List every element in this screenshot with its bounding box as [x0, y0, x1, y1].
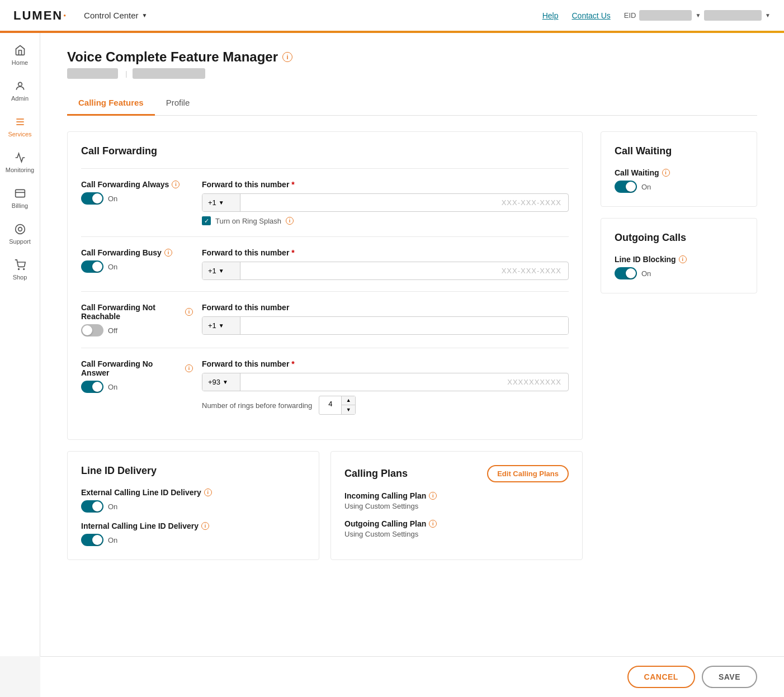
rings-decrement-button[interactable]: ▼ [342, 405, 355, 414]
page-title-info-icon[interactable]: i [282, 52, 292, 62]
logo: LUMEN● [13, 8, 66, 23]
cf-busy-country-code[interactable]: +1 ▼ [202, 262, 240, 279]
cf-busy-toggle[interactable] [81, 260, 103, 273]
cf-always-phone-blurred: XXX-XXX-XXXX [495, 198, 568, 207]
cf-not-reachable-country-code[interactable]: +1 ▼ [202, 317, 240, 334]
rings-label: Number of rings before forwarding [202, 401, 312, 410]
eid-value: XXXXXXXXX [639, 10, 692, 21]
page-title: Voice Complete Feature Manager i [67, 49, 757, 65]
edit-calling-plans-button[interactable]: Edit Calling Plans [487, 465, 569, 482]
contact-us-link[interactable]: Contact Us [572, 11, 611, 20]
footer-bar: CANCEL SAVE [40, 656, 784, 697]
subtitle-name: ●●●●●●●●●●●●●●● [133, 68, 205, 79]
cf-not-reachable-status: Off [108, 326, 117, 335]
cf-not-reachable-left: Call Forwarding Not Reachable i Off [81, 303, 193, 336]
cf-always-number-input: +1 ▼ XXX-XXX-XXXX [202, 193, 569, 212]
cf-no-answer-right: Forward to this number * +93 ▼ X [202, 359, 569, 415]
ring-splash-checkbox[interactable]: ✓ [202, 216, 211, 225]
sidebar-item-services[interactable]: Services [0, 110, 40, 143]
sidebar: Home Admin Services Monitoring Billing [0, 31, 40, 656]
logo-text: LUMEN [13, 8, 63, 23]
cf-always-toggle-knob [92, 193, 102, 203]
cf-not-reachable-phone-input[interactable] [240, 317, 568, 334]
cf-no-answer-toggle[interactable] [81, 381, 103, 393]
cf-no-answer-info-icon[interactable]: i [185, 364, 193, 372]
cf-no-answer-chevron-icon: ▼ [223, 379, 228, 385]
cf-busy-status: On [108, 263, 117, 271]
svg-rect-4 [15, 189, 25, 197]
chevron-down-icon: ▼ [142, 12, 148, 18]
sidebar-item-shop-label: Shop [13, 274, 27, 281]
cf-no-answer-phone-input[interactable] [240, 373, 500, 391]
sidebar-item-home-label: Home [12, 59, 28, 66]
external-lid-toggle[interactable] [81, 500, 103, 513]
sidebar-item-support[interactable]: Support [0, 217, 40, 250]
cf-busy-chevron-icon: ▼ [219, 268, 224, 274]
cf-no-answer-phone-blurred: XXXXXXXXXX [500, 378, 568, 386]
tab-calling-features[interactable]: Calling Features [67, 91, 155, 116]
cf-busy-phone-input[interactable] [240, 262, 495, 279]
rings-value: 4 [319, 396, 342, 414]
sidebar-item-monitoring[interactable]: Monitoring [0, 145, 40, 179]
sidebar-item-shop[interactable]: Shop [0, 253, 40, 286]
cf-always-status: On [108, 195, 117, 203]
cancel-button[interactable]: CANCEL [627, 666, 695, 688]
cf-not-reachable-toggle[interactable] [81, 324, 103, 336]
cf-always-phone-input[interactable] [240, 194, 495, 211]
cf-always-info-icon[interactable]: i [172, 181, 180, 188]
ring-splash-row: ✓ Turn on Ring Splash i [202, 216, 569, 225]
call-forwarding-title: Call Forwarding [81, 145, 569, 157]
cf-busy-info-icon[interactable]: i [164, 249, 172, 257]
cf-not-reachable-chevron-icon: ▼ [219, 323, 224, 329]
external-lid-info-icon[interactable]: i [204, 489, 212, 496]
call-waiting-section: Call Waiting Call Waiting i On [601, 131, 757, 207]
svg-point-6 [15, 225, 25, 234]
cf-no-answer-number-input: +93 ▼ XXXXXXXXXX [202, 373, 569, 391]
cf-always-row: Call Forwarding Always i On [81, 168, 569, 236]
sidebar-item-billing[interactable]: Billing [0, 181, 40, 215]
page-subtitle: ●●●●●●●●●● | ●●●●●●●●●●●●●●● [67, 69, 757, 78]
support-icon [13, 222, 27, 236]
sidebar-item-admin[interactable]: Admin [0, 74, 40, 107]
svg-point-8 [18, 269, 19, 270]
internal-lid-info-icon[interactable]: i [201, 522, 209, 530]
top-nav: LUMEN● Control Center ▼ Help Contact Us … [0, 0, 784, 31]
line-id-blocking-info-icon[interactable]: i [679, 255, 687, 263]
call-waiting-status: On [641, 183, 651, 191]
svg-point-9 [23, 269, 24, 270]
call-waiting-toggle[interactable] [615, 181, 637, 193]
ring-splash-info-icon[interactable]: i [286, 217, 294, 225]
cf-no-answer-row: Call Forwarding No Answer i On [81, 348, 569, 426]
tabs: Calling Features Profile [67, 91, 757, 116]
cf-not-reachable-info-icon[interactable]: i [185, 308, 193, 316]
internal-lid-toggle[interactable] [81, 534, 103, 546]
monitoring-icon [13, 151, 27, 164]
save-button[interactable]: SAVE [702, 666, 757, 688]
call-waiting-info-icon[interactable]: i [662, 169, 670, 177]
internal-lid-status: On [108, 536, 117, 544]
incoming-calling-plan-row: Incoming Calling Plan i Using Custom Set… [344, 491, 569, 510]
cf-no-answer-country-code[interactable]: +93 ▼ [202, 373, 240, 391]
cf-no-answer-left: Call Forwarding No Answer i On [81, 359, 193, 393]
tab-profile[interactable]: Profile [155, 91, 201, 116]
line-id-delivery-section: Line ID Delivery External Calling Line I… [67, 451, 319, 560]
cf-busy-number-input: +1 ▼ XXX-XXX-XXXX [202, 262, 569, 280]
svg-point-0 [18, 82, 22, 86]
cf-busy-right: Forward to this number * +1 ▼ XX [202, 248, 569, 280]
control-center-label: Control Center [84, 11, 139, 20]
outgoing-cp-info-icon[interactable]: i [429, 520, 437, 528]
eid-label: EID [624, 11, 636, 20]
cf-always-toggle[interactable] [81, 192, 103, 205]
cf-always-country-code[interactable]: +1 ▼ [202, 194, 240, 211]
line-id-blocking-toggle[interactable] [615, 267, 637, 279]
sidebar-item-home[interactable]: Home [0, 38, 40, 72]
cf-busy-phone-blurred: XXX-XXX-XXXX [495, 267, 568, 275]
cf-not-reachable-row: Call Forwarding Not Reachable i Off [81, 291, 569, 348]
control-center-button[interactable]: Control Center ▼ [84, 11, 147, 20]
rings-increment-button[interactable]: ▲ [342, 396, 355, 405]
cf-busy-left: Call Forwarding Busy i On [81, 248, 193, 273]
right-panels: Call Waiting Call Waiting i On Outgoing … [601, 131, 757, 571]
ring-splash-label: Turn on Ring Splash [215, 217, 281, 225]
incoming-cp-info-icon[interactable]: i [429, 492, 437, 500]
help-link[interactable]: Help [542, 11, 559, 20]
